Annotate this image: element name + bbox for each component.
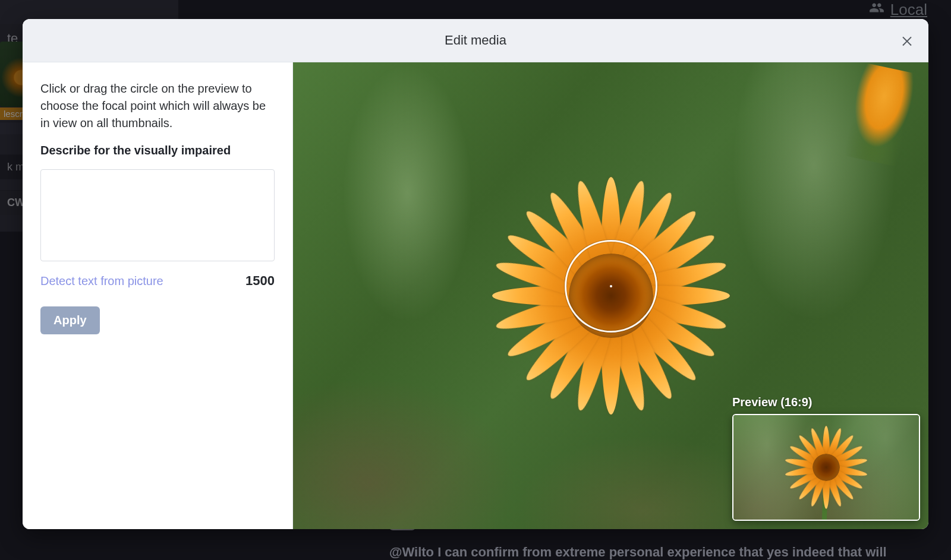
edit-panel-left: Click or drag the circle on the preview … <box>23 62 293 529</box>
detect-text-link[interactable]: Detect text from picture <box>40 274 163 288</box>
modal-header: Edit media <box>23 19 928 62</box>
thumbnail-preview-box <box>732 414 920 521</box>
modal-body: Click or drag the circle on the preview … <box>23 62 928 529</box>
thumbnail-preview: Preview (16:9) <box>732 396 918 521</box>
focal-point-handle[interactable] <box>565 240 657 333</box>
description-input[interactable] <box>40 169 275 261</box>
modal-title: Edit media <box>445 33 506 48</box>
char-remaining: 1500 <box>245 273 275 289</box>
apply-button[interactable]: Apply <box>40 306 100 334</box>
close-button[interactable] <box>900 33 914 48</box>
edit-media-modal: Edit media Click or drag the circle on t… <box>23 19 928 529</box>
below-field-row: Detect text from picture 1500 <box>40 273 275 289</box>
media-preview-area[interactable]: Preview (16:9) <box>293 62 928 529</box>
close-icon <box>900 33 914 48</box>
thumbnail-preview-label: Preview (16:9) <box>732 396 918 409</box>
focal-instruction: Click or drag the circle on the preview … <box>40 80 275 132</box>
describe-label: Describe for the visually impaired <box>40 144 275 157</box>
